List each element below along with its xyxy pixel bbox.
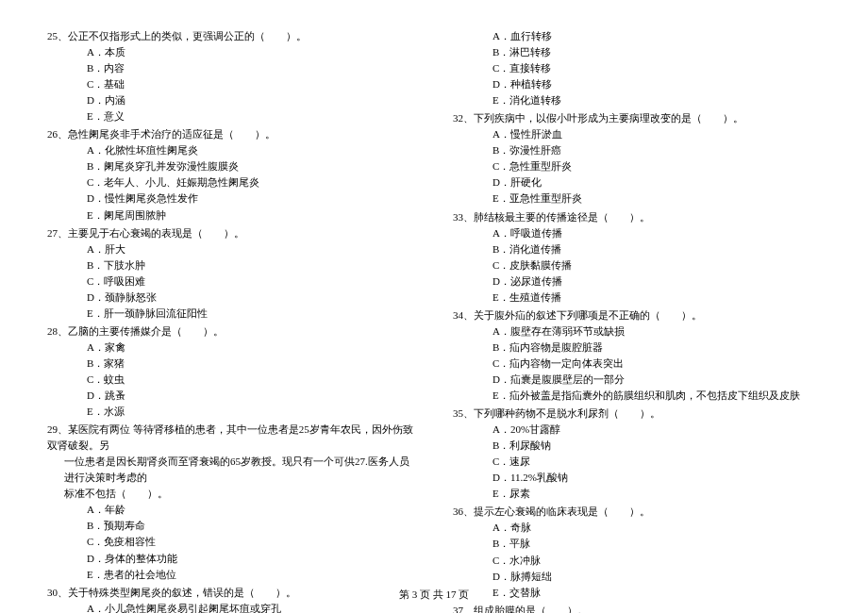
q28-opt-b: B．家猪 (47, 356, 415, 372)
q32-opt-e: E．亚急性重型肝炎 (453, 191, 821, 207)
q37-stem: 37、组成胎膜的是（ ）。 (453, 603, 821, 613)
q36-stem: 36、提示左心衰竭的临床表现是（ ）。 (453, 504, 821, 520)
question-33: 33、肺结核最主要的传播途径是（ ）。 A．呼吸道传播 B．消化道传播 C．皮肤… (453, 209, 821, 306)
q32-opt-c: C．急性重型肝炎 (453, 158, 821, 174)
q34-opt-d: D．疝囊是腹膜壁层的一部分 (453, 372, 821, 388)
q29-stem-line3: 标准不包括（ ）。 (47, 486, 415, 502)
q29-opt-e: E．患者的社会地位 (47, 567, 415, 583)
q25-opt-e: E．意义 (47, 108, 415, 124)
q29-stem-line2: 一位患者是因长期肾炎而至肾衰竭的65岁教授。现只有一个可供27.医务人员进行决策… (47, 454, 415, 486)
q27-opt-e: E．肝一颈静脉回流征阳性 (47, 306, 415, 322)
question-29: 29、某医院有两位 等待肾移植的患者，其中一位患者是25岁青年农民，因外伤致双肾… (47, 422, 415, 582)
q29-opt-d: D．身体的整体功能 (47, 551, 415, 567)
page-columns: 25、公正不仅指形式上的类似，更强调公正的（ ）。 A．本质 B．内容 C．基础… (47, 28, 821, 613)
q30-opt-a: A．小儿急性阑尾炎易引起阑尾坏疽或穿孔 (47, 601, 415, 613)
q27-opt-d: D．颈静脉怒张 (47, 290, 415, 306)
q35-opt-d: D．11.2%乳酸钠 (453, 470, 821, 486)
question-31-opts: A．血行转移 B．淋巴转移 C．直接转移 D．种植转移 E．消化道转移 (453, 28, 821, 108)
question-35: 35、下列哪种药物不是脱水利尿剂（ ）。 A．20%甘露醇 B．利尿酸钠 C．速… (453, 406, 821, 502)
q25-opt-d: D．内涵 (47, 92, 415, 108)
q29-opt-b: B．预期寿命 (47, 518, 415, 534)
q35-opt-a: A．20%甘露醇 (453, 422, 821, 438)
q34-stem: 34、关于腹外疝的叙述下列哪项是不正确的（ ）。 (453, 307, 821, 323)
question-36: 36、提示左心衰竭的临床表现是（ ）。 A．奇脉 B．平脉 C．水冲脉 D．脉搏… (453, 504, 821, 600)
q28-opt-c: C．蚊虫 (47, 372, 415, 388)
q36-opt-d: D．脉搏短绌 (453, 569, 821, 585)
q25-opt-a: A．本质 (47, 44, 415, 60)
q34-opt-e: E．疝外被盖是指疝囊外的筋膜组织和肌肉，不包括皮下组织及皮肤 (453, 388, 821, 404)
q31-opt-c: C．直接转移 (453, 60, 821, 76)
q33-stem: 33、肺结核最主要的传播途径是（ ）。 (453, 209, 821, 225)
q29-opt-c: C．免疫相容性 (47, 534, 415, 550)
q27-opt-c: C．呼吸困难 (47, 273, 415, 290)
q33-opt-d: D．泌尿道传播 (453, 273, 821, 290)
q28-opt-e: E．水源 (47, 404, 415, 420)
q27-opt-a: A．肝大 (47, 241, 415, 257)
q35-stem: 35、下列哪种药物不是脱水利尿剂（ ）。 (453, 406, 821, 422)
q27-opt-b: B．下肢水肿 (47, 257, 415, 273)
q34-opt-a: A．腹壁存在薄弱环节或缺损 (453, 323, 821, 340)
question-28: 28、乙脑的主要传播媒介是（ ）。 A．家禽 B．家猪 C．蚊虫 D．跳蚤 E．… (47, 323, 415, 420)
question-32: 32、下列疾病中，以假小叶形成为主要病理改变的是（ ）。 A．慢性肝淤血 B．弥… (453, 110, 821, 207)
q26-stem: 26、急性阑尾炎非手术治疗的适应征是（ ）。 (47, 126, 415, 142)
q25-opt-b: B．内容 (47, 60, 415, 76)
q26-opt-d: D．慢性阑尾炎急性发作 (47, 191, 415, 207)
q32-opt-d: D．肝硬化 (453, 174, 821, 191)
question-34: 34、关于腹外疝的叙述下列哪项是不正确的（ ）。 A．腹壁存在薄弱环节或缺损 B… (453, 307, 821, 404)
q31-opt-b: B．淋巴转移 (453, 44, 821, 60)
q33-opt-b: B．消化道传播 (453, 241, 821, 257)
right-column: A．血行转移 B．淋巴转移 C．直接转移 D．种植转移 E．消化道转移 32、下… (453, 28, 821, 613)
left-column: 25、公正不仅指形式上的类似，更强调公正的（ ）。 A．本质 B．内容 C．基础… (47, 28, 415, 613)
q35-opt-e: E．尿素 (453, 486, 821, 502)
q26-opt-e: E．阑尾周围脓肿 (47, 207, 415, 224)
q25-stem: 25、公正不仅指形式上的类似，更强调公正的（ ）。 (47, 28, 415, 44)
q32-stem: 32、下列疾病中，以假小叶形成为主要病理改变的是（ ）。 (453, 110, 821, 126)
q36-opt-a: A．奇脉 (453, 520, 821, 536)
question-37: 37、组成胎膜的是（ ）。 A．真蜕膜和羊膜 B．底蜕膜和羊膜 C．绒毛膜和羊膜 (453, 603, 821, 613)
q31-opt-a: A．血行转移 (453, 28, 821, 44)
q34-opt-c: C．疝内容物一定向体表突出 (453, 356, 821, 372)
q32-opt-b: B．弥漫性肝癌 (453, 142, 821, 158)
q26-opt-c: C．老年人、小儿、妊娠期急性阑尾炎 (47, 174, 415, 191)
q33-opt-e: E．生殖道传播 (453, 290, 821, 306)
q33-opt-a: A．呼吸道传播 (453, 225, 821, 241)
q28-stem: 28、乙脑的主要传播媒介是（ ）。 (47, 323, 415, 340)
q27-stem: 27、主要见于右心衰竭的表现是（ ）。 (47, 225, 415, 241)
q32-opt-a: A．慢性肝淤血 (453, 126, 821, 142)
q28-opt-d: D．跳蚤 (47, 388, 415, 404)
q33-opt-c: C．皮肤黏膜传播 (453, 257, 821, 273)
q29-opt-a: A．年龄 (47, 502, 415, 518)
q28-opt-a: A．家禽 (47, 340, 415, 356)
q31-opt-d: D．种植转移 (453, 76, 821, 92)
page-footer: 第 3 页 共 17 页 (0, 588, 868, 602)
question-27: 27、主要见于右心衰竭的表现是（ ）。 A．肝大 B．下肢水肿 C．呼吸困难 D… (47, 225, 415, 322)
question-25: 25、公正不仅指形式上的类似，更强调公正的（ ）。 A．本质 B．内容 C．基础… (47, 28, 415, 124)
q35-opt-b: B．利尿酸钠 (453, 438, 821, 454)
q36-opt-b: B．平脉 (453, 536, 821, 552)
q34-opt-b: B．疝内容物是腹腔脏器 (453, 340, 821, 356)
q31-opt-e: E．消化道转移 (453, 92, 821, 108)
q35-opt-c: C．速尿 (453, 454, 821, 470)
q25-opt-c: C．基础 (47, 76, 415, 92)
question-26: 26、急性阑尾炎非手术治疗的适应征是（ ）。 A．化脓性坏疽性阑尾炎 B．阑尾炎… (47, 126, 415, 223)
q29-stem-line1: 29、某医院有两位 等待肾移植的患者，其中一位患者是25岁青年农民，因外伤致双肾… (47, 422, 415, 454)
q26-opt-a: A．化脓性坏疽性阑尾炎 (47, 142, 415, 158)
q36-opt-c: C．水冲脉 (453, 553, 821, 569)
q26-opt-b: B．阑尾炎穿孔并发弥漫性腹膜炎 (47, 158, 415, 174)
